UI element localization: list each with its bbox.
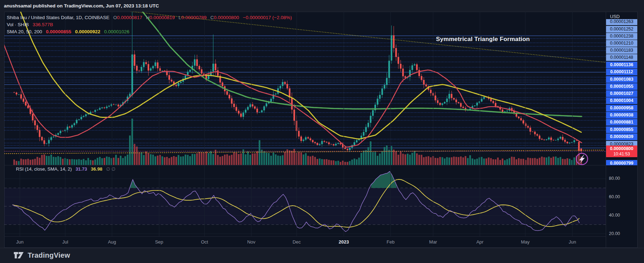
time-axis-label: Jun (569, 239, 576, 245)
close-value: 0.00000800 (214, 15, 239, 20)
time-axis-label: 2023 (339, 239, 349, 245)
price-level-label: 0.00000799 (606, 160, 637, 166)
sma-label: SMA 20, 50, 200 (7, 29, 42, 34)
sma50-value: 0.00000922 (75, 29, 100, 34)
rsi-scale-label: 60.00 (609, 194, 620, 199)
sma200-value: 0.00001026 (104, 29, 129, 34)
time-axis-label: Jun (16, 239, 24, 245)
current-price-label: 0.0000080010:41:53 (606, 145, 637, 157)
time-axis-label: Oct (201, 239, 208, 245)
tradingview-logo-text: TradingView (28, 251, 70, 259)
price-level-label: 0.00000855 (606, 126, 637, 133)
price-level-label: 0.00001210 (606, 40, 637, 47)
rsi-scale-label: 80.00 (609, 176, 620, 181)
banner-text: anushsamal published on TradingView.com,… (4, 3, 159, 8)
time-axis-label: Apr (476, 239, 483, 245)
sma-header: SMA 20, 50, 200 0.00000855 0.00000922 0.… (7, 29, 129, 34)
rsi-scale-label: 40.00 (609, 213, 620, 218)
time-axis-label: Aug (108, 239, 116, 245)
time-axis-label: May (521, 239, 530, 245)
rsi-value: 31.73 (75, 166, 87, 172)
rsi-hidden-values: ∅ ∅ (106, 166, 115, 172)
high-value: 0.00000819 (150, 15, 175, 20)
volume-value: 336.577B (33, 22, 53, 27)
price-level-label: 0.00001263 (606, 19, 637, 25)
close-label: C (210, 15, 214, 20)
time-axis-label: Feb (387, 239, 394, 245)
time-axis-label: Nov (247, 239, 255, 245)
open-label: O (113, 15, 117, 20)
time-axis-label: Mar (429, 239, 437, 245)
tradingview-logo-icon (13, 251, 24, 260)
price-level-label: 0.00001055 (606, 83, 637, 90)
price-level-label: 0.00001252 (606, 26, 637, 33)
change-value: −0.00000017 (−2.08%) (243, 15, 292, 20)
time-axis-label: Sep (155, 239, 163, 245)
volume-label: Vol · SHIB (7, 22, 29, 27)
high-label: H (146, 15, 150, 20)
price-level-label: 0.00001238 (606, 33, 637, 40)
price-level-label: 0.00001027 (606, 90, 637, 97)
price-level-label: 0.00001112 (606, 69, 637, 75)
pattern-annotation: Symmetrical Triangle Formation (436, 36, 530, 43)
open-value: 0.00000817 (117, 15, 142, 20)
rsi-header: RSI (14, close, SMA, 14, 2) 31.73 36.98 … (16, 166, 116, 172)
symbol-header: Shiba Inu / United States Dollar, 1D, CO… (7, 15, 292, 20)
price-level-label: 0.00000958 (606, 105, 637, 112)
chart-canvas[interactable] (4, 12, 606, 248)
rsi-label: RSI (14, close, SMA, 14, 2) (16, 166, 72, 172)
footer-bar (0, 248, 644, 263)
price-label-stack: 0.000012630.000012520.000012380.00001210… (606, 19, 638, 165)
currency-label: USD (610, 14, 620, 19)
price-level-label: 0.00001183 (606, 47, 637, 54)
price-level-label: 0.00001136 (606, 62, 637, 68)
price-level-label: 0.00001083 (606, 76, 637, 83)
tradingview-logo[interactable]: TradingView (13, 251, 70, 260)
price-level-label: 0.00001148 (606, 54, 637, 61)
price-level-label: 0.00000938 (606, 112, 637, 119)
right-gutter (638, 12, 644, 248)
rsi-scale-label: 20.00 (609, 231, 620, 236)
symbol-title: Shiba Inu / United States Dollar, 1D, CO… (7, 15, 110, 20)
rsi-avg-value: 36.98 (91, 166, 102, 172)
time-axis-label: Dec (292, 239, 301, 245)
published-banner: anushsamal published on TradingView.com,… (0, 0, 644, 12)
sma20-value: 0.00000855 (46, 29, 71, 34)
volume-header: Vol · SHIB 336.577B (7, 22, 53, 27)
price-level-label: 0.00000839 (606, 133, 637, 140)
low-value: 0.00000789 (181, 15, 206, 20)
price-level-label: 0.00000881 (606, 119, 637, 126)
price-level-label: 0.00001004 (606, 97, 637, 104)
time-axis-label: Jul (62, 239, 68, 245)
